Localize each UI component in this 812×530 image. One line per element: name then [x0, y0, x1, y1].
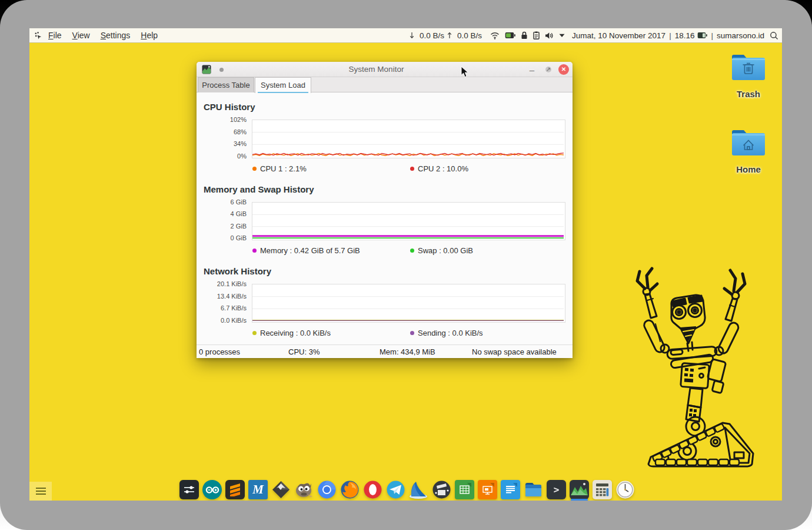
legend-label: Swap : 0.00 GiB	[418, 246, 473, 255]
memory-yaxis: 6 GiB4 GiB2 GiB0 GiB	[197, 202, 247, 239]
y-tick-label: 34%	[234, 140, 247, 147]
desktop-icon-label: Home	[719, 164, 778, 174]
y-tick-label: 0.0 KiB/s	[221, 317, 247, 324]
legend-item: CPU 1 : 2.1%	[252, 164, 307, 173]
net-up-speed: 0.0 B/s	[455, 31, 482, 40]
dock-icon-medium[interactable]: M	[248, 480, 268, 499]
close-button[interactable]: ✕	[558, 64, 569, 75]
legend-dot	[410, 331, 414, 335]
dock-icon-tweaks[interactable]	[179, 480, 199, 499]
y-tick-label: 0%	[237, 153, 247, 160]
tab-process-table[interactable]: Process Table	[198, 77, 254, 92]
system-monitor-window: System Monitor – ✕ Process Table System …	[197, 62, 573, 358]
dock-icon-inkscape[interactable]	[271, 480, 291, 499]
hamburger-icon	[36, 488, 46, 495]
legend-item: Swap : 0.00 GiB	[410, 246, 473, 255]
status-processes: 0 processes	[199, 347, 240, 356]
memory-history-chart	[252, 202, 565, 240]
legend-label: Receiving : 0.0 KiB/s	[260, 329, 331, 337]
dock-icon-chromium[interactable]	[317, 480, 337, 499]
desktop-icon-home[interactable]: Home	[719, 127, 778, 174]
net-down-speed: 0.0 B/s	[417, 31, 444, 40]
menu-view[interactable]: View	[67, 31, 95, 40]
dock-icon-gimp[interactable]	[294, 480, 314, 499]
mouse-cursor	[461, 66, 469, 78]
y-tick-label: 20.1 KiB/s	[217, 280, 247, 287]
status-cpu: CPU: 3%	[288, 347, 320, 356]
y-tick-label: 68%	[234, 128, 247, 135]
chart-canvas	[252, 120, 564, 157]
menu-settings[interactable]: Settings	[95, 31, 136, 40]
wifi-icon[interactable]	[490, 31, 500, 39]
cpu-yaxis: 102%68%34%0%	[197, 120, 247, 157]
dock-icon-clock[interactable]	[615, 480, 635, 499]
legend-item: CPU 2 : 10.0%	[410, 164, 468, 173]
dock-icon-firefox[interactable]	[340, 480, 360, 499]
dock-icon-sublime-text[interactable]	[225, 480, 245, 499]
trash-folder-icon	[730, 52, 767, 81]
caret-down-icon[interactable]	[559, 34, 565, 38]
tab-system-load[interactable]: System Load	[255, 77, 311, 93]
menu-file[interactable]: File	[43, 31, 67, 40]
legend-dot	[252, 167, 257, 171]
legend-dot	[252, 249, 257, 253]
legend-item: Receiving : 0.0 KiB/s	[252, 329, 331, 337]
dock-icon-telegram[interactable]	[386, 480, 405, 499]
legend-label: CPU 2 : 10.0%	[418, 164, 468, 173]
up-arrow-icon	[447, 32, 452, 39]
desktop-icon-trash[interactable]: Trash	[719, 52, 778, 99]
dock-icon-system-monitor[interactable]	[570, 480, 589, 499]
dock-icon-arduino[interactable]	[202, 480, 222, 499]
dock-icon-libreoffice-impress[interactable]	[478, 480, 497, 499]
y-tick-label: 6 GiB	[230, 198, 247, 206]
clipboard-icon[interactable]	[533, 31, 540, 39]
status-bar: 0 processes CPU: 3% Mem: 434,9 MiB No sw…	[197, 344, 573, 358]
minimize-button[interactable]: –	[527, 64, 537, 75]
dock-icon-terminal[interactable]: >	[547, 480, 566, 499]
battery-icon[interactable]	[505, 32, 515, 39]
dock-icon-calculator[interactable]	[593, 480, 612, 499]
menu-help[interactable]: Help	[135, 31, 163, 40]
y-tick-label: 6.7 KiB/s	[221, 304, 247, 312]
battery-status-icon[interactable]	[697, 32, 707, 39]
legend-dot	[410, 249, 414, 253]
legend-item: Memory : 0.42 GiB of 5.7 GiB	[252, 246, 360, 255]
status-mem: Mem: 434,9 MiB	[380, 347, 435, 356]
network-legend: Receiving : 0.0 KiB/sSending : 0.0 KiB/s	[252, 329, 565, 338]
memory-history-title: Memory and Swap History	[204, 184, 314, 194]
legend-item: Sending : 0.0 KiB/s	[410, 329, 483, 337]
search-icon[interactable]	[770, 31, 778, 40]
wallpaper-robot-art	[630, 265, 759, 468]
chart-canvas	[252, 203, 564, 238]
network-speed-indicator[interactable]: 0.0 B/s 0.0 B/s	[410, 31, 482, 40]
top-panel: File View Settings Help 0.0 B/s 0.0 B/s …	[29, 28, 782, 43]
panel-host[interactable]: sumarsono.id	[717, 31, 764, 40]
window-title: System Monitor	[197, 65, 573, 74]
dock: M >	[179, 480, 635, 499]
volume-icon[interactable]	[545, 32, 554, 39]
dock-icon-libreoffice-writer[interactable]	[501, 480, 520, 499]
chart-canvas	[252, 284, 564, 321]
desktop: File View Settings Help 0.0 B/s 0.0 B/s …	[29, 28, 782, 501]
dock-icon-video-editor[interactable]	[432, 480, 451, 499]
cpu-history-title: CPU History	[204, 102, 255, 112]
panel-time[interactable]: 18.16	[675, 31, 695, 40]
legend-label: CPU 1 : 2.1%	[260, 164, 307, 173]
lock-icon[interactable]	[521, 31, 528, 39]
dock-icon-wireshark[interactable]	[409, 480, 428, 499]
maximize-button[interactable]	[543, 64, 554, 75]
panel-date[interactable]: Jumat, 10 November 2017	[572, 31, 665, 40]
dock-icon-files[interactable]	[524, 480, 543, 499]
legend-label: Memory : 0.42 GiB of 5.7 GiB	[260, 246, 360, 255]
panel-app-icon[interactable]	[34, 31, 43, 40]
titlebar[interactable]: System Monitor – ✕	[197, 62, 573, 77]
desktop-menu-button[interactable]	[29, 482, 52, 501]
y-tick-label: 4 GiB	[230, 210, 247, 217]
dock-icon-opera[interactable]	[363, 480, 382, 499]
memory-legend: Memory : 0.42 GiB of 5.7 GiBSwap : 0.00 …	[252, 246, 565, 256]
legend-dot	[410, 167, 414, 171]
status-swap: No swap space available	[472, 347, 557, 356]
running-indicator	[571, 499, 588, 501]
dock-icon-libreoffice-calc[interactable]	[455, 480, 474, 499]
y-tick-label: 0 GiB	[230, 234, 247, 241]
